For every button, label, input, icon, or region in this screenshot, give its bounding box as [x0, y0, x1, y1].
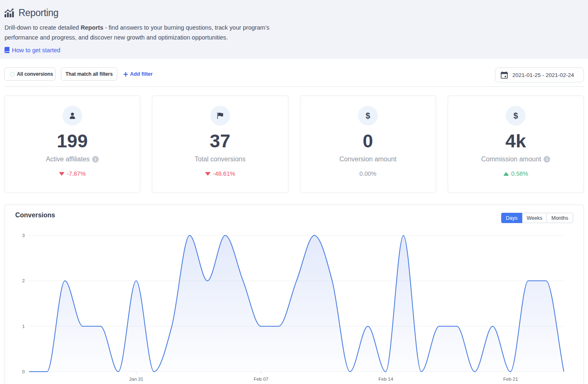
svg-text:0: 0 — [22, 369, 25, 374]
svg-text:Jan 31: Jan 31 — [129, 377, 144, 382]
svg-text:3: 3 — [22, 233, 25, 238]
svg-text:Feb 07: Feb 07 — [253, 377, 268, 382]
svg-text:Feb 14: Feb 14 — [379, 377, 393, 382]
svg-text:2: 2 — [22, 278, 25, 283]
svg-text:1: 1 — [22, 324, 25, 329]
svg-text:Feb 21: Feb 21 — [503, 377, 518, 382]
